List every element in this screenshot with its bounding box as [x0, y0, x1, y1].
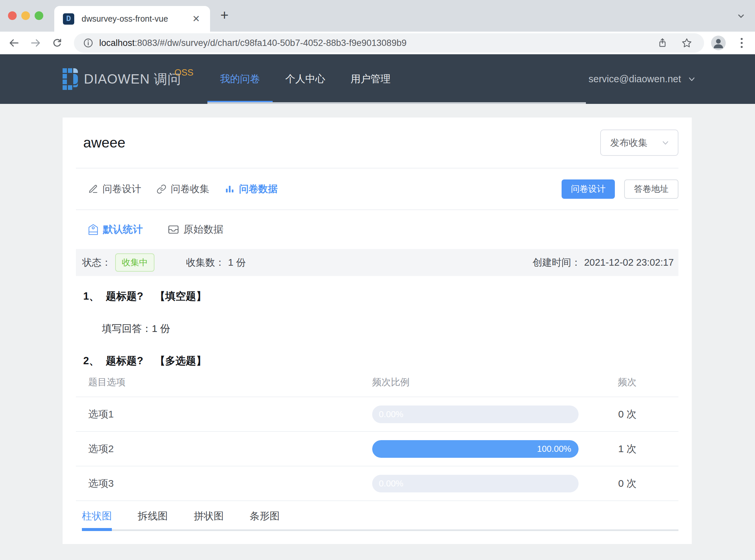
bookmark-star-icon[interactable]: [681, 37, 693, 49]
tab-label: 原始数据: [183, 223, 223, 236]
url-text: localhost:8083/#/dw/survey/d/chart/c98fa…: [99, 38, 657, 48]
link-icon: [157, 184, 166, 194]
percent-bar-fill: 100.00%: [372, 440, 578, 458]
created-time-label: 创建时间：: [533, 256, 581, 269]
option-label: 选项2: [88, 443, 114, 454]
question-1-answer-line: 填写回答：1 份: [76, 322, 678, 335]
column-ratio: 频次比例: [372, 376, 578, 388]
minimize-window-button[interactable]: [21, 11, 30, 20]
browser-tab-strip: D dwsurvey-oss-front-vue ✕ +: [0, 0, 755, 32]
frequency-value: 0 次: [618, 408, 636, 420]
new-tab-button[interactable]: +: [220, 9, 229, 22]
brand-text: DIAOWEN 调问: [84, 54, 181, 104]
question-number: 1、: [83, 290, 99, 302]
percent-track-label: 0.00%: [379, 409, 404, 420]
question-type-tag: 【多选题】: [155, 355, 206, 366]
chart-tab-pie[interactable]: 拼状图: [194, 509, 224, 523]
share-icon[interactable]: [657, 37, 668, 48]
profile-avatar[interactable]: [711, 36, 726, 50]
bar-chart-icon: [225, 184, 235, 194]
percent-bar: 100.00% 100.00%: [372, 440, 578, 458]
chevron-down-icon: [687, 75, 696, 84]
question-number: 2、: [83, 355, 99, 366]
column-option: 题目选项: [76, 376, 372, 388]
publish-collect-select[interactable]: 发布收集: [600, 129, 678, 156]
option-label: 选项1: [88, 408, 114, 420]
chart-tab-column[interactable]: 柱状图: [82, 509, 112, 523]
percent-bar: 0.00% 0.00%: [372, 475, 578, 493]
status-badge: 收集中: [115, 253, 155, 272]
tab-default-statistics[interactable]: 默认统计: [88, 223, 143, 236]
collect-count-label: 收集数：: [186, 256, 225, 269]
question-2-title: 2、题标题?【多选题】: [76, 354, 678, 367]
question-text: 题标题?: [106, 355, 143, 366]
survey-title: aweee: [83, 135, 125, 151]
frequency-value: 0 次: [618, 478, 636, 489]
answer-url-button[interactable]: 答卷地址: [624, 179, 678, 199]
nav-item-my-surveys[interactable]: 我的问卷: [207, 54, 273, 104]
percent-bar: 0.00% 0.00%: [372, 405, 578, 423]
favicon-icon: D: [63, 13, 74, 25]
edit-icon: [88, 184, 98, 194]
app-header: DIAOWEN 调问 OSS 我的问卷 个人中心 用户管理 service@di…: [0, 54, 755, 104]
reload-icon[interactable]: [51, 37, 63, 49]
address-bar[interactable]: localhost:8083/#/dw/survey/d/chart/c98fa…: [74, 33, 704, 53]
tab-label: 问卷设计: [103, 182, 141, 196]
inbox-icon: [168, 225, 179, 234]
question-type-tag: 【填空题】: [155, 290, 206, 302]
tab-raw-data[interactable]: 原始数据: [168, 223, 223, 236]
tab-survey-collect[interactable]: 问卷收集: [157, 182, 209, 196]
tab-survey-design[interactable]: 问卷设计: [88, 182, 141, 196]
brand-oss-badge: OSS: [175, 67, 193, 78]
table-header: 题目选项 频次比例 频次: [76, 367, 678, 397]
nav-item-personal-center[interactable]: 个人中心: [273, 54, 338, 104]
survey-design-button[interactable]: 问卷设计: [562, 179, 615, 199]
url-host: localhost: [99, 38, 135, 48]
card-head: aweee 发布收集: [76, 118, 678, 168]
main-nav: 我的问卷 个人中心 用户管理: [207, 54, 403, 104]
diaowen-logo-icon[interactable]: [63, 68, 78, 90]
percent-track-label: 0.00%: [379, 478, 404, 489]
percent-fill-label: 100.00%: [537, 444, 578, 454]
account-dropdown[interactable]: service@diaowen.net: [589, 54, 696, 104]
answer-value: 1 份: [152, 323, 170, 334]
tab-title: dwsurvey-oss-front-vue: [82, 14, 191, 24]
screen: D dwsurvey-oss-front-vue ✕ + localhost:8…: [0, 0, 755, 560]
forward-icon[interactable]: [29, 37, 42, 49]
created-time-value: 2021-12-02 23:02:17: [584, 257, 674, 268]
head-actions: 问卷设计 答卷地址: [562, 179, 678, 199]
browser-menu-icon[interactable]: [736, 37, 748, 49]
table-row: 选项3 0.00% 0.00% 0 次: [76, 466, 678, 501]
account-email: service@diaowen.net: [589, 74, 681, 84]
url-path: :8083/#/dw/survey/d/chart/c98fa140-50b7-…: [135, 38, 407, 48]
page-body: aweee 发布收集 问卷设计 问卷收集 问卷数据: [0, 104, 755, 544]
chart-tab-line[interactable]: 拆线图: [138, 509, 168, 523]
table-row: 选项2 100.00% 100.00% 1 次: [76, 432, 678, 466]
chart-tab-bar[interactable]: 条形图: [250, 509, 280, 523]
tag-icon: [88, 224, 98, 235]
answer-label: 填写回答：: [102, 323, 152, 334]
window-controls: [8, 11, 43, 20]
tab-survey-data[interactable]: 问卷数据: [225, 182, 278, 196]
chart-type-tabs: 柱状图 拆线图 拼状图 条形图: [76, 509, 678, 523]
back-icon[interactable]: [8, 37, 20, 49]
browser-tab[interactable]: D dwsurvey-oss-front-vue ✕: [54, 6, 210, 32]
nav-item-user-management[interactable]: 用户管理: [338, 54, 403, 104]
tab-label: 问卷数据: [239, 182, 278, 196]
tab-label: 问卷收集: [171, 182, 209, 196]
close-window-button[interactable]: [8, 11, 17, 20]
collect-count-value: 1 份: [228, 256, 246, 269]
tab-overflow-chevron-icon[interactable]: [736, 11, 746, 21]
zoom-window-button[interactable]: [35, 11, 43, 20]
site-info-icon[interactable]: [83, 37, 94, 48]
chevron-down-icon: [661, 139, 670, 147]
option-label: 选项3: [88, 478, 114, 489]
status-bar: 状态： 收集中 收集数： 1 份 创建时间： 2021-12-02 23:02:…: [76, 249, 678, 276]
nav-underline-track: [207, 102, 586, 104]
statistics-tabs: 默认统计 原始数据: [76, 210, 678, 249]
chart-tabs-underline: [82, 528, 678, 531]
close-tab-icon[interactable]: ✕: [191, 13, 201, 25]
publish-collect-value: 发布收集: [610, 137, 661, 149]
browser-toolbar: localhost:8083/#/dw/survey/d/chart/c98fa…: [0, 32, 755, 54]
table-row: 选项1 0.00% 0.00% 0 次: [76, 397, 678, 432]
